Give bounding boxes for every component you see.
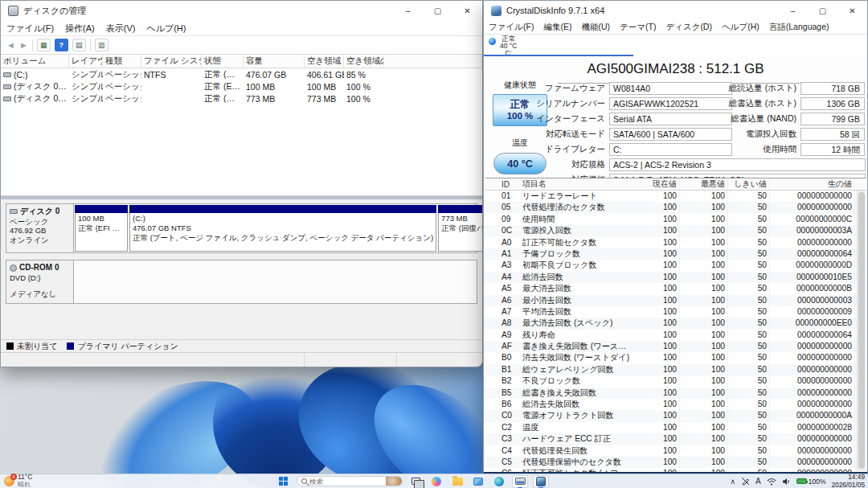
show-hide-tree-icon[interactable]: ▤ xyxy=(72,39,86,51)
smart-attribute-row[interactable]: C0 電源オフリトラクト回数 100 100 50 00000000000A xyxy=(485,410,866,421)
partition-recovery[interactable]: 773 MB 正常 (回復パーティション) xyxy=(438,205,482,252)
forward-arrow-icon[interactable]: ► xyxy=(19,40,28,50)
copilot-button[interactable] xyxy=(428,475,444,488)
wifi-icon[interactable] xyxy=(767,478,776,486)
dm-menu-item[interactable]: ヘルプ(H) xyxy=(141,23,191,35)
health-status-dot-icon xyxy=(489,38,496,45)
console-view-icon[interactable]: ▦ xyxy=(37,39,51,51)
smart-col-id[interactable]: ID xyxy=(499,180,520,189)
col-type[interactable]: 種類 xyxy=(103,55,141,68)
taskbar-search[interactable] xyxy=(297,476,403,486)
cdi-menu-item[interactable]: ヘルプ(H) xyxy=(717,22,764,33)
back-arrow-icon[interactable]: ◄ xyxy=(6,40,15,50)
smart-attribute-row[interactable]: B6 総消去失敗回数 100 100 50 000000000000 xyxy=(485,399,866,410)
dm-menu-item[interactable]: 操作(A) xyxy=(59,23,100,35)
partition-color-bar xyxy=(75,205,128,213)
smart-attribute-row[interactable]: 05 代替処理済のセクタ数 100 100 50 000000000000 xyxy=(485,202,866,213)
cdi-menu-item[interactable]: テーマ(T) xyxy=(615,22,661,33)
cdi-titlebar[interactable]: CrystalDiskInfo 9.7.1 x64 – ▢ ✕ xyxy=(484,1,867,20)
partition-efi[interactable]: 100 MB 正常 (EFI システム パーティシ xyxy=(75,205,128,252)
cdi-menu-item[interactable]: 言語(Language) xyxy=(764,22,834,33)
search-input[interactable] xyxy=(307,478,386,486)
col-volume[interactable]: ボリューム xyxy=(1,55,69,68)
volume-icon[interactable] xyxy=(782,478,791,486)
smart-col-raw[interactable]: 生の値 xyxy=(770,178,855,190)
scrollbar-thumb[interactable] xyxy=(858,192,865,469)
cdi-minimize-button[interactable]: – xyxy=(778,1,808,20)
weather-widget[interactable]: 6 11°C 晴れ xyxy=(4,474,32,488)
smart-attribute-row[interactable]: C3 ハードウェア ECC 訂正 100 100 50 000000000000 xyxy=(485,433,866,445)
photos-button[interactable] xyxy=(470,475,486,488)
smart-attribute-row[interactable]: A3 初期不良ブロック数 100 100 50 00000000000D xyxy=(485,260,866,271)
smart-attribute-row[interactable]: AF 書き換え失敗回数 (ワーストダイ) 100 100 50 00000000… xyxy=(485,341,866,352)
partition-c[interactable]: (C:) 476.07 GB NTFS 正常 (ブート, ページ ファイル, ク… xyxy=(129,205,436,252)
help-icon[interactable]: ? xyxy=(55,39,68,51)
smart-attribute-row[interactable]: A4 総消去回数 100 100 50 0000000010E5 xyxy=(485,272,866,283)
disk0-label-panel[interactable]: ディスク 0 ベーシック 476.92 GB オンライン xyxy=(6,204,74,252)
volume-row[interactable]: (ディスク 0 パーティショ... シンプル ベーシック 正常 (回復... 7… xyxy=(1,92,482,105)
task-view-button[interactable] xyxy=(407,475,424,488)
pen-disabled-icon[interactable] xyxy=(741,477,750,486)
smart-attribute-row[interactable]: A0 訂正不可能セクタ数 100 100 50 000000000000 xyxy=(485,237,866,248)
smart-attribute-row[interactable]: C2 温度 100 100 50 000000000028 xyxy=(485,422,866,433)
taskbar-clock[interactable]: 14:49 2026/01/05 xyxy=(831,474,865,488)
edge-button[interactable] xyxy=(491,475,507,488)
battery-icon xyxy=(796,478,807,484)
properties-icon[interactable]: ▥ xyxy=(95,39,108,51)
smart-attribute-row[interactable]: B0 消去失敗回数 (ワーストダイ) 100 100 50 0000000000… xyxy=(485,352,866,363)
smart-attribute-row[interactable]: A6 最小消去回数 100 100 50 000000000003 xyxy=(485,295,866,306)
smart-attribute-row[interactable]: C5 代替処理保留中のセクタ数 100 100 50 000000000000 xyxy=(485,457,866,468)
crystaldiskinfo-icon xyxy=(536,477,546,486)
disk-management-taskbar-button[interactable] xyxy=(512,475,528,488)
dm-menu-item[interactable]: 表示(V) xyxy=(100,23,141,35)
crystaldiskinfo-taskbar-button[interactable] xyxy=(533,475,549,488)
smart-attribute-row[interactable]: A8 最大消去回数 (スペック) 100 100 50 000000000EE0 xyxy=(485,318,866,329)
cdi-menu-item[interactable]: 編集(E) xyxy=(538,22,576,33)
smart-attribute-row[interactable]: B1 総ウェアレベリング回数 100 100 50 000000000000 xyxy=(485,364,866,375)
smart-attribute-row[interactable]: A7 平均消去回数 100 100 50 000000000009 xyxy=(485,306,866,318)
cdi-menu-item[interactable]: ファイル(F) xyxy=(484,22,538,33)
dm-menu-item[interactable]: ファイル(F) xyxy=(1,23,59,35)
smart-attribute-row[interactable]: A9 残り寿命 100 100 50 000000000064 xyxy=(485,330,866,341)
smart-attribute-row[interactable]: A5 最大消去回数 100 100 50 00000000000B xyxy=(485,283,866,294)
drive-info-fields-right: 総読込量 (ホスト) 718 GB 総書込量 (ホスト) 1306 GB 総書込… xyxy=(712,80,865,157)
start-button[interactable] xyxy=(276,475,292,488)
dm-maximize-button[interactable]: ▢ xyxy=(423,1,452,21)
smart-col-worst[interactable]: 最悪値 xyxy=(680,178,728,190)
hidden-icons-chevron[interactable]: ∧ xyxy=(730,478,735,486)
col-free-pct[interactable]: 空き領域の割.. xyxy=(344,55,384,68)
col-capacity[interactable]: 容量 xyxy=(244,55,305,68)
volume-row[interactable]: (ディスク 0 パーティショ... シンプル ベーシック 正常 (EFI ...… xyxy=(1,80,482,92)
smart-attribute-row[interactable]: C6 訂正不可能セクタ数 (オフライン) 100 100 50 00000000… xyxy=(485,468,866,472)
ime-mode-indicator[interactable]: A xyxy=(755,477,761,486)
smart-attribute-row[interactable]: 09 使用時間 100 100 50 00000000000C xyxy=(485,214,866,225)
col-status[interactable]: 状態 xyxy=(202,55,244,68)
cdi-menu-item[interactable]: ディスク(D) xyxy=(661,22,717,33)
smart-attribute-row[interactable]: C4 代替処理発生回数 100 100 50 000000000000 xyxy=(485,445,866,457)
smart-attribute-row[interactable]: B5 総書き換え失敗回数 100 100 50 000000000000 xyxy=(485,388,866,399)
folder-icon xyxy=(452,478,463,486)
disk-tab-c[interactable]: 正常 40 °C C: xyxy=(489,35,517,57)
smart-table-scrollbar[interactable] xyxy=(857,191,866,471)
dm-minimize-button[interactable]: – xyxy=(393,1,423,21)
smart-attribute-row[interactable]: A1 予備ブロック数 100 100 50 000000000064 xyxy=(485,248,866,260)
smart-attribute-row[interactable]: 01 リードエラーレート 100 100 50 000000000000 xyxy=(485,191,866,202)
dm-close-button[interactable]: ✕ xyxy=(452,1,482,21)
smart-attribute-row[interactable]: 0C 電源投入回数 100 100 50 00000000003A xyxy=(485,225,866,236)
smart-col-name[interactable]: 項目名 xyxy=(520,178,635,190)
file-explorer-button[interactable] xyxy=(449,475,465,488)
cdi-close-button[interactable]: ✕ xyxy=(837,1,867,20)
cdi-maximize-button[interactable]: ▢ xyxy=(808,1,837,20)
col-free[interactable]: 空き領域 xyxy=(305,55,344,68)
volume-row[interactable]: (C:) シンプル ベーシック NTFS 正常 (ブート... 476.07 G… xyxy=(1,68,482,80)
smart-col-threshold[interactable]: しきい値 xyxy=(728,178,770,190)
dm-titlebar[interactable]: ディスクの管理 – ▢ ✕ xyxy=(1,1,482,21)
search-icon xyxy=(301,478,307,484)
col-filesystem[interactable]: ファイル システム xyxy=(141,55,202,68)
smart-attribute-row[interactable]: B2 不良ブロック数 100 100 50 000000000000 xyxy=(485,375,866,387)
col-layout[interactable]: レイアウト xyxy=(69,55,103,68)
smart-col-current[interactable]: 現在値 xyxy=(635,178,680,190)
cdrom-label-panel[interactable]: CD-ROM 0 DVD (D:) メディアなし xyxy=(6,260,74,303)
cdi-menu-item[interactable]: 機能(U) xyxy=(576,22,615,33)
battery-indicator[interactable]: 100% xyxy=(796,478,826,486)
